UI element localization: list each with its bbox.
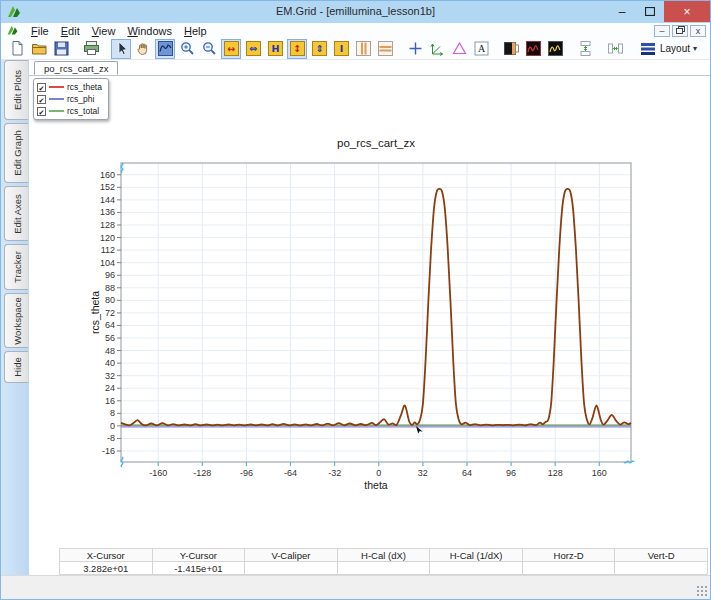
svg-text:96: 96 [506, 468, 516, 478]
svg-text:56: 56 [105, 333, 115, 343]
toolbar-zoom-in[interactable] [177, 39, 197, 59]
x-axis-label: theta [364, 479, 388, 491]
legend-label: rcs_phi [67, 94, 94, 104]
legend-row-rcs_theta: ✔rcs_theta [37, 81, 102, 93]
menu-edit[interactable]: Edit [55, 25, 86, 37]
toolbar-clip-plot[interactable] [501, 39, 521, 59]
document-tab-row: po_rcs_cart_zx [29, 60, 710, 76]
toolbar-plot-style-yellow[interactable] [545, 39, 565, 59]
readout-header-v-caliper: V-Caliper [245, 549, 338, 562]
toolbar-pan-hand[interactable] [133, 39, 153, 59]
toolbar-fit-y[interactable]: I [331, 39, 351, 59]
toolbar-plot-style-red[interactable] [523, 39, 543, 59]
svg-text:88: 88 [105, 283, 115, 293]
svg-text:24: 24 [105, 383, 115, 393]
svg-text:0: 0 [110, 421, 115, 431]
menu-windows[interactable]: Windows [121, 25, 178, 37]
legend-line-sample [49, 86, 64, 88]
window-title: EM.Grid - [emillumina_lesson1b] [1, 5, 710, 17]
cursor-readout-table: X-CursorY-CursorV-CaliperH-Cal (dX)H-Cal… [59, 548, 708, 575]
legend-checkbox-rcs_phi[interactable]: ✔ [37, 95, 46, 104]
toolbar-crosshair[interactable] [405, 39, 425, 59]
sidebar-tab-hide[interactable]: Hide [4, 351, 28, 383]
toolbar-split-rows[interactable] [375, 39, 395, 59]
toolbar-new-file[interactable] [7, 39, 27, 59]
svg-text:0: 0 [376, 468, 381, 478]
anchor-bottom-right[interactable] [624, 461, 634, 463]
toolbar-fit-x[interactable]: H [265, 39, 285, 59]
sidebar-tab-label: Workspace [11, 297, 22, 344]
toolbar-open-file[interactable] [29, 39, 49, 59]
sidebar-tab-edit-plots[interactable]: Edit Plots [4, 60, 28, 120]
menu-file[interactable]: File [25, 25, 55, 37]
toolbar-split-columns[interactable] [353, 39, 373, 59]
readout-value-5 [523, 562, 616, 575]
toolbar-expand-y[interactable]: ↕ [287, 39, 307, 59]
menu-view[interactable]: View [86, 25, 122, 37]
svg-text:-64: -64 [284, 468, 297, 478]
legend-checkbox-rcs_total[interactable]: ✔ [37, 107, 46, 116]
text-annotation-icon: A [473, 40, 490, 57]
toolbar-text-annotation[interactable]: A [471, 39, 491, 59]
legend-label: rcs_total [67, 106, 99, 116]
legend-line-sample [49, 98, 64, 100]
resize-grip[interactable] [696, 585, 707, 596]
layout-label: Layout [660, 43, 690, 54]
svg-text:152: 152 [100, 182, 115, 192]
toolbar-compress-y[interactable]: ⇕ [309, 39, 329, 59]
toolbar-compress-x[interactable]: ⇔ [243, 39, 263, 59]
caliper-triangle-icon [451, 40, 468, 57]
status-bar [1, 575, 710, 599]
open-file-icon [31, 40, 48, 57]
toolbar-caliper-triangle[interactable] [449, 39, 469, 59]
document-logo-icon [6, 24, 19, 37]
svg-text:-128: -128 [193, 468, 211, 478]
toolbar: ↔⇔H↕⇕IALayout▾ [1, 38, 710, 60]
document-tab[interactable]: po_rcs_cart_zx [34, 61, 118, 75]
toolbar-align-horizontal[interactable] [605, 39, 625, 59]
document-area: po_rcs_cart_zx ✔rcs_theta✔rcs_phi✔rcs_to… [28, 60, 710, 575]
toolbar-zoom-window[interactable] [155, 39, 175, 59]
toolbar-layout[interactable]: Layout▾ [635, 39, 702, 59]
svg-text:128: 128 [100, 220, 115, 230]
compress-y-icon: ⇕ [311, 40, 328, 57]
zoom-in-icon [179, 40, 196, 57]
compress-x-icon: ⇔ [245, 40, 262, 57]
legend-checkbox-rcs_theta[interactable]: ✔ [37, 83, 46, 92]
close-button[interactable]: × [664, 1, 710, 22]
mdi-close-button[interactable]: x [690, 25, 706, 37]
series-rcs_theta [121, 189, 631, 426]
selection-anchors[interactable] [121, 163, 634, 467]
sidebar-tab-label: Edit Graph [11, 130, 22, 175]
legend-label: rcs_theta [67, 82, 102, 92]
sidebar-tab-edit-axes[interactable]: Edit Axes [4, 186, 28, 241]
mdi-restore-button[interactable] [672, 25, 688, 37]
maximize-icon [645, 7, 655, 16]
crosshair-icon [407, 40, 424, 57]
align-vertical-icon [577, 40, 594, 57]
toolbar-zoom-out[interactable] [199, 39, 219, 59]
clip-plot-icon [503, 40, 520, 57]
title-bar[interactable]: EM.Grid - [emillumina_lesson1b] – × [1, 1, 710, 23]
readout-header-h-cal-dx-: H-Cal (dX) [338, 549, 431, 562]
fit-x-icon: H [267, 40, 284, 57]
svg-text:-32: -32 [328, 468, 341, 478]
toolbar-axes-tool[interactable] [427, 39, 447, 59]
svg-text:32: 32 [418, 468, 428, 478]
menu-help[interactable]: Help [178, 25, 213, 37]
toolbar-print[interactable] [81, 39, 101, 59]
toolbar-align-vertical[interactable] [575, 39, 595, 59]
mdi-minimize-button[interactable]: – [654, 25, 670, 37]
sidebar-tab-workspace[interactable]: Workspace [4, 293, 28, 348]
minimize-button[interactable]: – [608, 1, 636, 22]
toolbar-select-arrow[interactable] [111, 39, 131, 59]
maximize-button[interactable] [636, 1, 664, 22]
layout-icon [640, 40, 657, 57]
chart-svg: -160-128-96-64-320326496128160-16-808162… [29, 126, 689, 496]
toolbar-expand-x[interactable]: ↔ [221, 39, 241, 59]
chart-canvas[interactable]: -160-128-96-64-320326496128160-16-808162… [29, 126, 689, 496]
svg-text:144: 144 [100, 195, 115, 205]
toolbar-save-file[interactable] [51, 39, 71, 59]
sidebar-tab-edit-graph[interactable]: Edit Graph [4, 123, 28, 183]
sidebar-tab-tracker[interactable]: Tracker [4, 244, 28, 290]
